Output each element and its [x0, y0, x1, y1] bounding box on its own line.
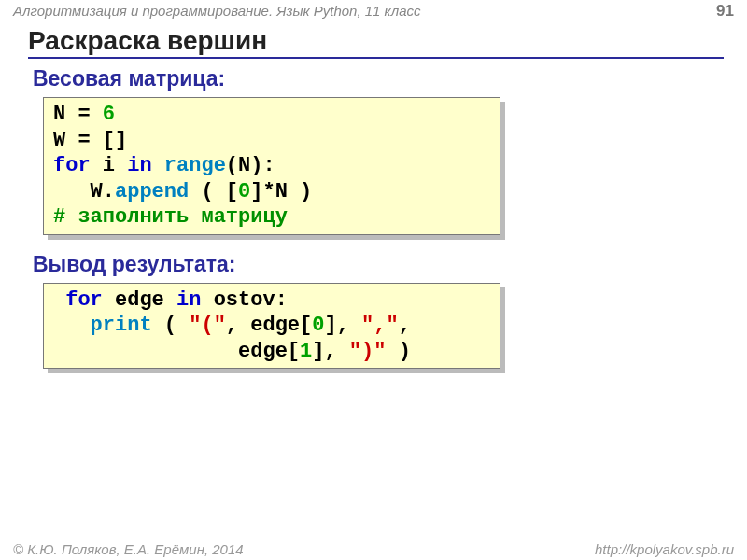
code-text: ")"	[349, 340, 387, 363]
section-title-2: Вывод результата:	[33, 252, 747, 277]
code-text: ostov:	[201, 288, 287, 312]
slide-footer: © К.Ю. Поляков, Е.А. Ерёмин, 2014 http:/…	[0, 541, 747, 557]
code-text: (	[152, 314, 190, 337]
code-text: 1	[300, 340, 312, 363]
code-text: , edge[	[226, 314, 312, 337]
code-text: 6	[103, 103, 115, 126]
code-text: for	[53, 288, 103, 312]
code-comment: # заполнить матрицу	[53, 205, 288, 229]
code-text: ,	[399, 314, 411, 337]
code-text: append	[115, 180, 189, 203]
code-text	[53, 314, 91, 337]
code-text: i	[91, 154, 128, 177]
code-text: ( [	[189, 180, 238, 203]
code-text: 0	[238, 180, 250, 203]
code-text: W.	[53, 180, 115, 203]
code-text: for	[53, 154, 91, 177]
code-text: in	[176, 288, 201, 312]
code-text: "("	[189, 314, 226, 337]
code-text: N =	[53, 103, 103, 126]
code-text: edge[	[53, 340, 300, 363]
author-credit: © К.Ю. Поляков, Е.А. Ерёмин, 2014	[13, 541, 244, 557]
slide-header: Алгоритмизация и программирование. Язык …	[0, 0, 747, 22]
code-text: print	[91, 314, 152, 337]
code-text: edge	[103, 288, 176, 312]
code-text: W = []	[53, 129, 127, 152]
code-text: ],	[324, 314, 361, 337]
code-text	[152, 154, 164, 177]
page-title: Раскраска вершин	[28, 26, 724, 59]
code-text: ","	[361, 314, 399, 337]
code-block-output: for edge in ostov: print ( "(", edge[0],…	[43, 283, 500, 370]
section-title-1: Весовая матрица:	[33, 66, 747, 91]
page-number: 91	[716, 2, 734, 21]
code-text: )	[386, 340, 410, 363]
code-text: ]*N )	[250, 180, 312, 203]
code-text: (N):	[226, 154, 275, 177]
code-text: in	[127, 154, 151, 177]
code-block-weight-matrix: N = 6 W = [] for i in range(N): W.append…	[43, 97, 500, 235]
code-text: range	[164, 154, 226, 177]
code-text: ],	[312, 340, 349, 363]
code-text: 0	[312, 314, 324, 337]
course-title: Алгоритмизация и программирование. Язык …	[13, 3, 421, 19]
footer-url: http://kpolyakov.spb.ru	[595, 541, 734, 557]
